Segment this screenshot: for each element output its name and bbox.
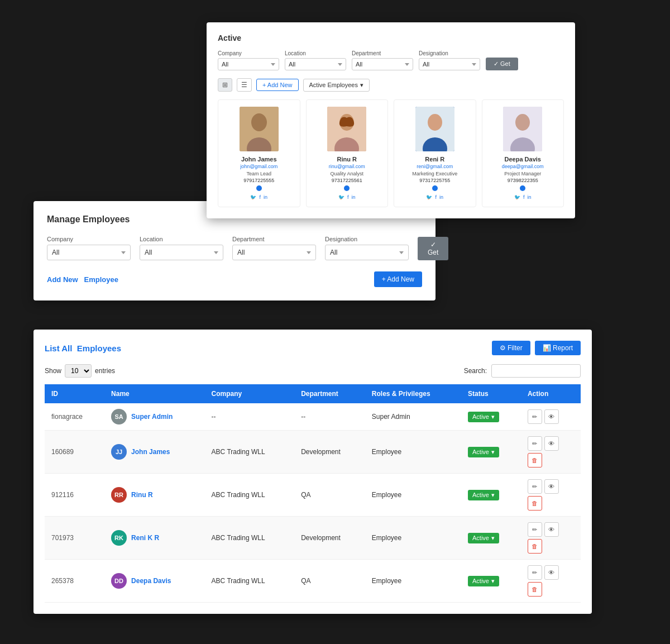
active-designation-label: Designation xyxy=(419,50,480,56)
td-name-text-4[interactable]: Deepa Davis xyxy=(131,577,171,585)
td-name-text-0[interactable]: Super Admin xyxy=(131,413,173,421)
emp-phone-1: 97317225561 xyxy=(311,178,384,183)
active-company-label: Company xyxy=(218,50,279,56)
view-button-0[interactable]: 👁 xyxy=(544,409,559,424)
facebook-icon-1[interactable]: f xyxy=(347,194,349,200)
entries-per-page-select[interactable]: 10 25 50 xyxy=(65,364,92,378)
emp-role-3: Project Manager xyxy=(487,171,559,176)
td-status-3: Active ▾ xyxy=(461,517,521,560)
view-button-4[interactable]: 👁 xyxy=(544,565,559,580)
status-badge-3[interactable]: Active ▾ xyxy=(468,533,499,543)
avatar-2: RR xyxy=(111,487,127,503)
manage-designation-select[interactable]: All xyxy=(325,245,409,260)
linkedin-icon-0[interactable]: in xyxy=(264,194,267,200)
manage-location-select[interactable]: All xyxy=(140,245,223,260)
emp-phone-0: 97917225555 xyxy=(223,178,295,183)
twitter-icon-2[interactable]: 🐦 xyxy=(426,194,432,200)
col-company: Company xyxy=(205,384,295,403)
twitter-icon-1[interactable]: 🐦 xyxy=(338,194,344,200)
active-company-select[interactable]: All xyxy=(218,58,279,70)
manage-company-select[interactable]: All xyxy=(47,245,131,260)
td-department-4: QA xyxy=(294,560,365,603)
delete-button-3[interactable]: 🗑 xyxy=(528,539,542,554)
active-department-group: Department All xyxy=(352,50,413,70)
col-action: Action xyxy=(521,384,581,403)
status-badge-2[interactable]: Active ▾ xyxy=(468,490,499,500)
td-name-text-3[interactable]: Reni K R xyxy=(131,534,159,542)
filter-button[interactable]: ⚙ Filter xyxy=(492,341,530,355)
status-badge-4[interactable]: Active ▾ xyxy=(468,576,499,586)
twitter-icon-0[interactable]: 🐦 xyxy=(250,194,256,200)
active-location-label: Location xyxy=(285,50,346,56)
delete-button-4[interactable]: 🗑 xyxy=(528,582,542,597)
edit-button-1[interactable]: ✏ xyxy=(528,436,542,451)
emp-avatar-2 xyxy=(415,107,454,151)
manage-add-new-button[interactable]: + Add New xyxy=(374,271,422,287)
active-filter-dropdown-button[interactable]: Active Employees ▾ xyxy=(303,79,370,92)
emp-card-1: Rinu R rinu@gmail.com Quality Analyst 97… xyxy=(306,99,389,207)
active-location-select[interactable]: All xyxy=(285,58,346,70)
td-status-4: Active ▾ xyxy=(461,560,521,603)
edit-button-3[interactable]: ✏ xyxy=(528,522,542,537)
emp-status-dot-3 xyxy=(520,185,525,191)
active-designation-select[interactable]: All xyxy=(419,58,480,70)
linkedin-icon-2[interactable]: in xyxy=(439,194,443,200)
col-department: Department xyxy=(294,384,365,403)
facebook-icon-3[interactable]: f xyxy=(523,194,525,200)
td-name-text-1[interactable]: John James xyxy=(131,448,170,456)
list-view-button[interactable]: ☰ xyxy=(237,78,252,92)
delete-button-1[interactable]: 🗑 xyxy=(528,453,542,468)
emp-name-0: John James xyxy=(223,156,295,163)
manage-filter-row: Company All Location All Department All … xyxy=(47,236,422,260)
td-name-3: RK Reni K R xyxy=(104,517,205,560)
td-department-2: QA xyxy=(294,474,365,517)
search-input[interactable] xyxy=(491,364,581,378)
view-button-1[interactable]: 👁 xyxy=(544,436,559,451)
facebook-icon-0[interactable]: f xyxy=(259,194,261,200)
linkedin-icon-3[interactable]: in xyxy=(528,194,532,200)
card-list-window: List All Employees ⚙ Filter 📊 Report Sho… xyxy=(34,330,592,614)
td-company-1: ABC Trading WLL xyxy=(205,431,295,474)
td-status-2: Active ▾ xyxy=(461,474,521,517)
manage-department-select[interactable]: All xyxy=(232,245,316,260)
view-button-3[interactable]: 👁 xyxy=(544,522,559,537)
td-name-2: RR Rinu R xyxy=(104,474,205,517)
manage-add-employee-label: Employee xyxy=(84,275,118,284)
active-get-button[interactable]: ✓ Get xyxy=(486,58,518,70)
emp-avatar-1 xyxy=(327,107,366,151)
active-designation-group: Designation All xyxy=(419,50,480,70)
emp-email-3: deepa@gmail.com xyxy=(487,164,559,169)
grid-view-button[interactable]: ⊞ xyxy=(218,78,232,92)
linkedin-icon-1[interactable]: in xyxy=(352,194,356,200)
td-action-0: ✏ 👁 xyxy=(521,403,581,431)
edit-button-4[interactable]: ✏ xyxy=(528,565,542,580)
active-add-new-button[interactable]: + Add New xyxy=(256,79,299,91)
emp-card-3: Deepa Davis deepa@gmail.com Project Mana… xyxy=(482,99,564,207)
td-name-text-2[interactable]: Rinu R xyxy=(131,491,153,499)
status-chevron-icon-3: ▾ xyxy=(491,535,495,542)
emp-name-1: Rinu R xyxy=(311,156,384,163)
active-filter-chevron-icon: ▾ xyxy=(360,82,363,89)
td-roles-1: Employee xyxy=(365,431,461,474)
view-button-2[interactable]: 👁 xyxy=(544,479,559,494)
twitter-icon-3[interactable]: 🐦 xyxy=(514,194,520,200)
manage-add-new-label: Add New xyxy=(47,275,78,284)
emp-status-dot-1 xyxy=(344,185,350,191)
td-action-3: ✏ 👁 🗑 xyxy=(521,517,581,560)
emp-avatar-0 xyxy=(240,107,279,151)
list-title-prefix: List All xyxy=(45,344,72,353)
manage-get-button[interactable]: ✓ Get xyxy=(418,237,448,260)
td-department-1: Development xyxy=(294,431,365,474)
edit-button-0[interactable]: ✏ xyxy=(528,409,542,424)
delete-button-2[interactable]: 🗑 xyxy=(528,496,542,511)
status-badge-1[interactable]: Active ▾ xyxy=(468,447,499,457)
status-badge-0[interactable]: Active ▾ xyxy=(468,412,499,422)
report-button[interactable]: 📊 Report xyxy=(535,341,581,355)
emp-email-1: rinu@gmail.com xyxy=(311,164,384,169)
active-department-select[interactable]: All xyxy=(352,58,413,70)
facebook-icon-2[interactable]: f xyxy=(435,194,437,200)
emp-socials-3: 🐦 f in xyxy=(487,194,559,200)
emp-email-0: john@gmail.com xyxy=(223,164,295,169)
table-row: 912116 RR Rinu R ABC Trading WLL QA Empl… xyxy=(45,474,581,517)
edit-button-2[interactable]: ✏ xyxy=(528,479,542,494)
